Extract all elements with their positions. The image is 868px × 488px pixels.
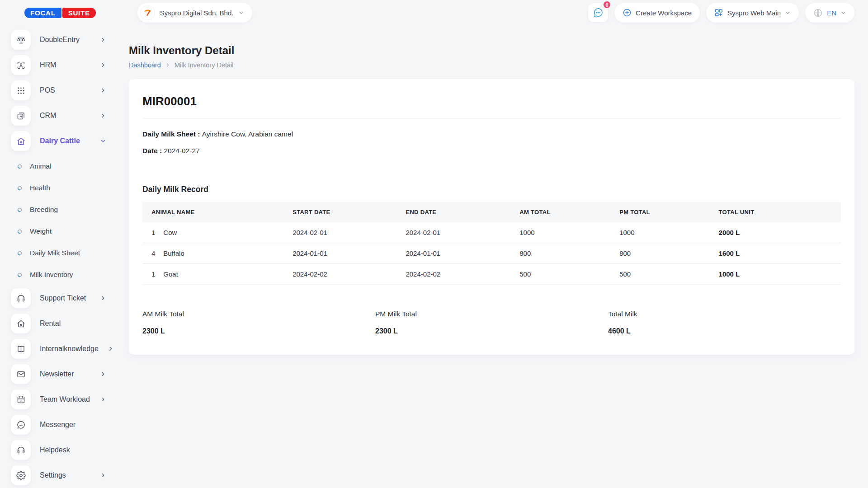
overlapping-squares-icon: [11, 106, 31, 126]
cell-start-date: 2024-01-01: [292, 243, 406, 264]
sidebar-item-dairy-cattle[interactable]: Dairy Cattle: [11, 130, 116, 152]
cell-am-total: 1000: [519, 222, 619, 243]
create-workspace-button[interactable]: Create Workspace: [614, 3, 700, 23]
open-book-icon: [11, 339, 31, 359]
sidebar-item-rental[interactable]: Rental: [11, 313, 116, 334]
topbar: FOCAL SUITE Syspro Digital Sdn. Bhd. 0: [0, 0, 868, 25]
sidebar-item-label: POS: [40, 86, 91, 94]
logo-secondary: SUITE: [62, 8, 96, 18]
daily-milk-sheet-value: Ayirshire Cow, Arabian camel: [202, 130, 293, 138]
sidebar-item-breeding[interactable]: Breeding: [11, 199, 116, 221]
cell-total-unit: 1000 L: [719, 264, 841, 285]
am-milk-total: AM Milk Total 2300 L: [142, 310, 375, 335]
sidebar-item-helpdesk[interactable]: Helpdesk: [11, 439, 116, 461]
sidebar-item-hrm[interactable]: HRM: [11, 54, 116, 76]
table-row: 1 Cow 2024-02-01 2024-02-01 1000 1000 20…: [142, 222, 841, 243]
pm-milk-total: PM Milk Total 2300 L: [375, 310, 608, 335]
cell-total-unit: 2000 L: [719, 222, 841, 243]
record-code: MIR00001: [142, 94, 841, 108]
bullet-icon: [17, 229, 22, 234]
sidebar-item-daily-milk-sheet[interactable]: Daily Milk Sheet: [11, 242, 116, 264]
column-header-end-date: END DATE: [406, 202, 519, 222]
sidebar-item-internalknowledge[interactable]: Internalknowledge: [11, 338, 116, 360]
sidebar-item-animal[interactable]: Animal: [11, 155, 116, 177]
cell-start-date: 2024-02-01: [292, 222, 406, 243]
sidebar-item-support-ticket[interactable]: Support Ticket: [11, 287, 116, 309]
daily-milk-record-table: ANIMAL NAME START DATE END DATE AM TOTAL…: [142, 202, 841, 285]
table-row: 4 Buffalo 2024-01-01 2024-01-01 800 800 …: [142, 243, 841, 264]
headphones-icon: [11, 288, 31, 308]
sidebar-item-health[interactable]: Health: [11, 177, 116, 199]
envelope-icon: [11, 364, 31, 384]
sidebar-item-settings[interactable]: Settings: [11, 465, 116, 486]
app-switcher[interactable]: Syspro Web Main: [706, 3, 799, 23]
sidebar-subitem-label: Daily Milk Sheet: [30, 249, 80, 257]
total-milk-label: Total Milk: [608, 310, 841, 318]
date-line: Date : 2024-02-27: [142, 147, 841, 155]
separator: :: [196, 130, 202, 138]
cell-end-date: 2024-02-02: [406, 264, 519, 285]
date-label: Date: [142, 147, 158, 155]
chevron-right-icon: [100, 472, 106, 479]
sidebar-item-crm[interactable]: CRM: [11, 105, 116, 127]
table-header-row: ANIMAL NAME START DATE END DATE AM TOTAL…: [142, 202, 841, 222]
dots-grid-icon: [11, 80, 31, 100]
sidebar-item-doubleentry[interactable]: DoubleEntry: [11, 29, 116, 51]
sidebar-subitem-label: Health: [30, 184, 50, 192]
sidebar-item-label: Team Workload: [40, 395, 91, 404]
main-content: Milk Inventory Detail Dashboard Milk Inv…: [116, 25, 868, 488]
sidebar-subitem-label: Milk Inventory: [30, 271, 73, 279]
sidebar-item-label: Support Ticket: [40, 294, 91, 302]
chevron-right-icon: [100, 62, 106, 68]
chat-bubble-icon: [11, 415, 31, 435]
milk-inventory-card: MIR00001 Daily Milk Sheet : Ayirshire Co…: [129, 79, 854, 355]
total-milk-value: 4600 L: [608, 327, 841, 335]
sidebar-item-weight[interactable]: Weight: [11, 221, 116, 242]
chat-bubble-icon: [593, 7, 604, 18]
plus-circle-icon: [623, 8, 632, 17]
daily-milk-sheet-label: Daily Milk Sheet: [142, 130, 196, 138]
workspace-selector[interactable]: Syspro Digital Sdn. Bhd.: [137, 3, 253, 23]
scale-icon: [11, 30, 31, 50]
sidebar-item-label: Settings: [40, 471, 91, 479]
breadcrumb-current: Milk Inventory Detail: [175, 61, 234, 69]
chevron-right-icon: [100, 113, 106, 119]
logo-primary: FOCAL: [24, 8, 61, 18]
sidebar-item-label: DoubleEntry: [40, 36, 91, 44]
divider: [142, 118, 841, 119]
chevron-right-icon: [100, 37, 106, 43]
bullet-icon: [17, 164, 22, 169]
sidebar-item-label: Messenger: [40, 421, 106, 429]
chevron-down-icon: [785, 10, 791, 16]
sidebar-item-milk-inventory[interactable]: Milk Inventory: [11, 264, 116, 286]
workspace-logo-icon: [140, 5, 155, 20]
total-milk: Total Milk 4600 L: [608, 310, 841, 335]
pm-milk-total-value: 2300 L: [375, 327, 608, 335]
cell-am-total: 500: [519, 264, 619, 285]
language-selector[interactable]: EN: [805, 3, 854, 23]
sidebar-item-messenger[interactable]: Messenger: [11, 414, 116, 436]
sidebar-subitem-label: Weight: [30, 227, 52, 235]
cell-end-date: 2024-02-01: [406, 222, 519, 243]
workspace-name: Syspro Digital Sdn. Bhd.: [160, 9, 234, 17]
create-workspace-label: Create Workspace: [636, 9, 692, 17]
sidebar-subitem-label: Breeding: [30, 206, 58, 214]
cell-animal-name: Buffalo: [163, 243, 292, 264]
breadcrumb: Dashboard Milk Inventory Detail: [129, 61, 854, 69]
sidebar-subitem-label: Animal: [30, 162, 51, 170]
sidebar-item-label: HRM: [40, 61, 91, 69]
sidebar-item-team-workload[interactable]: Team Workload: [11, 389, 116, 410]
am-milk-total-value: 2300 L: [142, 327, 375, 335]
messages-button[interactable]: 0: [588, 3, 608, 22]
globe-icon: [813, 8, 823, 18]
chevron-right-icon: [100, 87, 106, 94]
sidebar-item-pos[interactable]: POS: [11, 80, 116, 101]
sidebar-item-newsletter[interactable]: Newsletter: [11, 363, 116, 385]
breadcrumb-dashboard-link[interactable]: Dashboard: [129, 61, 161, 69]
cell-animal-name: Goat: [163, 264, 292, 285]
sidebar-item-label: Internalknowledge: [40, 345, 99, 353]
column-header-am-total: AM TOTAL: [519, 202, 619, 222]
house-icon: [11, 131, 31, 151]
app-switcher-label: Syspro Web Main: [727, 9, 781, 17]
sidebar-item-label: Newsletter: [40, 370, 91, 378]
